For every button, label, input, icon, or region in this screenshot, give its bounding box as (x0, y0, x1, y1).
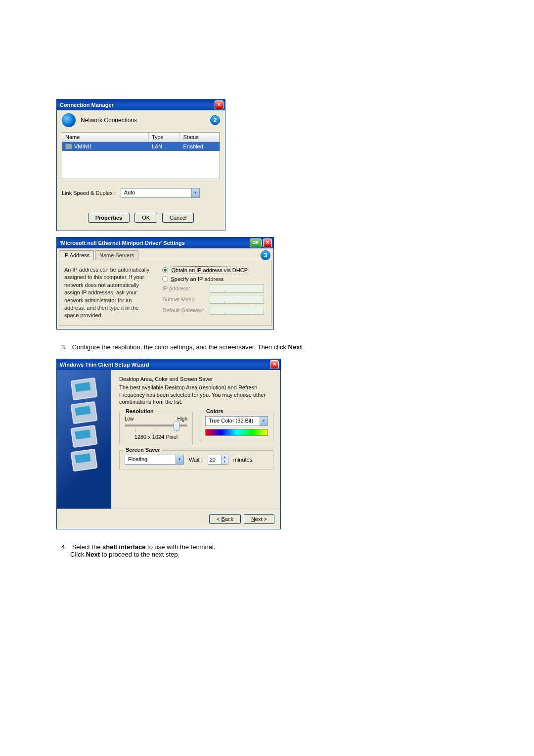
row-name: VMINI1 (74, 143, 92, 149)
wiz-titlebar: Windows Thin Client Setup Wizard × (57, 359, 280, 370)
tab-ip-address[interactable]: IP Address (59, 250, 94, 260)
close-icon[interactable]: × (263, 238, 272, 247)
connections-table: Name Type Status VMINI1 LAN Enabled (62, 132, 220, 179)
ok-button[interactable]: OK (134, 213, 157, 223)
link-speed-value: Auto (121, 189, 191, 197)
screensaver-fieldset: Screen Saver Floating ▾ Wait : ▲ ▼ (119, 450, 273, 470)
ip-address-label: IP Address: (162, 285, 207, 291)
screensaver-dropdown[interactable]: Floating ▾ (125, 455, 184, 465)
cm-titlebar: Connection Manager × (57, 99, 225, 110)
colors-fieldset: Colors True Color (32 Bit) ▾ (200, 412, 273, 441)
monitor-icon (70, 448, 97, 472)
row-status: Enabled (180, 142, 220, 151)
wait-spinner[interactable]: ▲ ▼ (208, 455, 228, 465)
subnet-mask-label: Subnet Mask: (162, 296, 207, 302)
step-badge-2: 2 (210, 115, 220, 125)
chevron-down-icon[interactable]: ▾ (260, 417, 267, 425)
default-gateway-input[interactable] (210, 306, 264, 315)
radio-specify[interactable] (162, 276, 168, 282)
subnet-mask-input[interactable] (210, 295, 264, 304)
slider-thumb[interactable] (174, 422, 179, 430)
wiz-title: Windows Thin Client Setup Wizard (60, 362, 270, 368)
slider-low-label: Low (125, 416, 134, 422)
table-header: Name Type Status (62, 133, 220, 142)
wait-unit: minutes (233, 457, 253, 463)
cancel-button[interactable]: Cancel (162, 213, 194, 223)
col-status[interactable]: Status (180, 133, 220, 142)
monitor-icon (70, 377, 97, 400)
next-button[interactable]: Next > (244, 514, 274, 524)
close-icon[interactable]: × (270, 360, 279, 369)
titlebar-ok-button[interactable]: OK (250, 238, 262, 247)
table-row[interactable]: VMINI1 LAN Enabled (62, 142, 220, 151)
slider-high-label: High (177, 416, 187, 422)
wiz-sidebar (57, 370, 111, 509)
step-badge-3: 3 (261, 250, 270, 260)
screensaver-legend: Screen Saver (124, 447, 162, 453)
col-name[interactable]: Name (62, 133, 149, 142)
wiz-desc: The best available Desktop Area (resolut… (119, 384, 273, 406)
monitor-icon (70, 425, 97, 448)
colors-dropdown[interactable]: True Color (32 Bit) ▾ (205, 416, 268, 426)
resolution-slider[interactable] (125, 425, 187, 426)
cm-header: Network Connections 2 (57, 110, 225, 130)
row-type: LAN (149, 142, 180, 151)
driver-settings-window: 'Microsoft null Ethernet Miniport Driver… (56, 237, 274, 330)
col-type[interactable]: Type (149, 133, 180, 142)
tab-name-servers[interactable]: Name Servers (95, 250, 138, 260)
wait-label: Wait : (189, 457, 203, 463)
spinner-up-icon[interactable]: ▲ (221, 455, 228, 460)
drv-title: 'Microsoft null Ethernet Miniport Driver… (60, 240, 250, 246)
drv-titlebar: 'Microsoft null Ethernet Miniport Driver… (57, 237, 273, 248)
chevron-down-icon[interactable]: ▾ (176, 455, 183, 464)
network-globe-icon (62, 113, 76, 127)
back-button[interactable]: < Back (209, 514, 241, 524)
close-icon[interactable]: × (215, 100, 223, 109)
setup-wizard-window: Windows Thin Client Setup Wizard × Deskt… (56, 359, 281, 529)
monitor-icon (70, 401, 97, 424)
wiz-heading: Desktop Area, Color and Screen Saver (119, 376, 273, 382)
link-speed-label: Link Speed & Duplex : (62, 190, 116, 196)
radio-dhcp-label: Obtain an IP address via DHCP (171, 266, 248, 274)
colors-legend: Colors (204, 408, 225, 414)
step-3-instruction: 3. Configure the resolution, the color s… (61, 343, 478, 351)
ip-tab-panel: An IP address can be automatically assig… (59, 260, 271, 326)
default-gateway-label: Default Gateway: (162, 307, 207, 313)
color-spectrum-bar (205, 429, 268, 436)
resolution-value: 1280 x 1024 Pixel (125, 434, 187, 440)
ip-help-text: An IP address can be automatically assig… (64, 266, 152, 320)
colors-value: True Color (32 Bit) (206, 417, 260, 425)
cm-header-label: Network Connections (81, 117, 210, 124)
screensaver-value: Floating (125, 455, 176, 464)
resolution-legend: Resolution (124, 408, 156, 414)
nic-icon (65, 143, 72, 149)
connection-manager-window: Connection Manager × Network Connections… (56, 99, 225, 231)
cm-title: Connection Manager (60, 102, 215, 108)
link-speed-dropdown[interactable]: Auto ▾ (121, 188, 200, 198)
radio-specify-label: Specify an IP address (171, 276, 223, 282)
wait-input[interactable] (208, 455, 221, 464)
spinner-down-icon[interactable]: ▼ (221, 460, 228, 464)
radio-dhcp[interactable] (162, 267, 168, 273)
step-4-instruction: 4. Select the shell interface to use wit… (61, 543, 478, 558)
resolution-fieldset: Resolution Low High ||| 1280 x 1024 Pixe… (119, 412, 193, 445)
chevron-down-icon[interactable]: ▾ (191, 189, 199, 197)
ip-address-input[interactable] (210, 284, 264, 293)
properties-button[interactable]: Properties (88, 213, 130, 223)
